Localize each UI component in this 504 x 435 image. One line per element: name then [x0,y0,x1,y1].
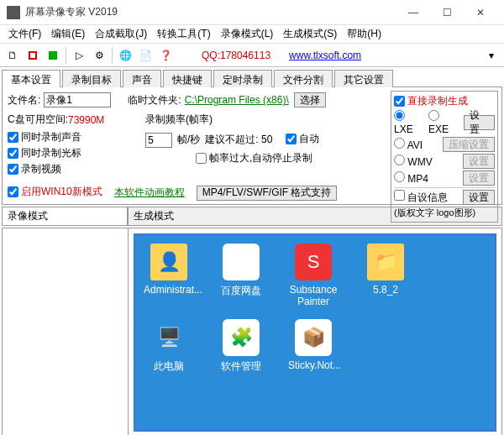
radio-lxe[interactable]: LXE [394,110,425,135]
menu-bar: 文件(F) 编辑(E) 合成截取(J) 转换工具(T) 录像模式(L) 生成模式… [0,25,504,44]
app-icon [7,6,20,19]
icon-admin[interactable]: 👤Administrat... [144,244,194,307]
menu-file[interactable]: 文件(F) [5,25,45,43]
tab-timer[interactable]: 定时录制 [213,70,272,87]
freq-unit: 帧/秒 [177,133,200,147]
copyright-hint: (版权文字 logo图形) [394,207,495,219]
direct-rec-header[interactable]: 直接录制生成 [394,94,495,108]
settings-panel: 文件名: 临时文件夹: C:\Program Files (x86)\ 选择 C… [2,87,502,205]
mode-rec-label[interactable]: 录像模式 [2,207,128,226]
icon-pc[interactable]: 🖥️此电脑 [144,319,194,374]
menu-help[interactable]: 帮助(H) [344,25,385,43]
toolbar: 🗋 ▷ ⚙ 🌐 📄 ❓ QQ:178046113 www.tlxsoft.com… [0,44,504,67]
tab-bar: 基本设置 录制目标 声音 快捷键 定时录制 文件分割 其它设置 [2,69,502,87]
desktop-preview: 👤Administrat... ∞百度网盘 SSubstance Painter… [134,233,496,432]
menu-capture[interactable]: 合成截取(J) [92,25,150,43]
set-btn-4[interactable]: 设置 [463,190,495,205]
chk-auto[interactable]: 自动 [286,132,319,146]
freq-label: 录制频率(帧率) [145,113,364,127]
close-button[interactable]: ✕ [464,1,497,24]
tool-doc-icon[interactable]: 📄 [136,46,155,65]
compress-btn: 压缩设置 [443,137,495,152]
freq-hint: 建议不超过: 50 [205,133,272,147]
icon-folder58[interactable]: 📁5.8_2 [360,244,411,307]
chk-video[interactable]: 录制视频 [8,162,142,176]
tool-play-icon[interactable]: ▷ [70,46,88,65]
maximize-button[interactable]: ☐ [430,1,464,24]
menu-recmode[interactable]: 录像模式(L) [218,25,277,43]
tool-web-icon[interactable]: 🌐 [116,46,134,65]
preview-pane: 👤Administrat... ∞百度网盘 SSubstance Painter… [129,228,501,435]
minimize-button[interactable]: — [396,1,430,24]
icon-sticky[interactable]: 📦Sticky.Not... [288,319,339,374]
menu-genmode[interactable]: 生成模式(S) [280,25,340,43]
tab-other[interactable]: 其它设置 [334,70,393,87]
toolbar-overflow-icon[interactable]: ▾ [482,46,501,65]
tab-target[interactable]: 录制目标 [62,70,121,87]
tab-basic[interactable]: 基本设置 [2,70,60,87]
radio-avi[interactable]: AVI [394,138,423,151]
formats-button[interactable]: MP4/FLV/SWF/GIF 格式支持 [197,186,338,201]
chk-cursor[interactable]: 同时录制光标 [8,146,142,160]
filename-label: 文件名: [8,93,40,107]
menu-edit[interactable]: 编辑(E) [48,25,88,43]
chk-selfinfo[interactable]: 自设信息 [394,190,448,205]
chk-sound[interactable]: 同时录制声音 [8,130,142,144]
radio-mp4[interactable]: MP4 [394,171,428,185]
disk-label: C盘可用空间: [8,113,68,127]
tool-help-icon[interactable]: ❓ [156,46,175,65]
icon-baidu[interactable]: ∞百度网盘 [216,244,266,307]
select-button[interactable]: 选择 [294,92,326,107]
tab-split[interactable]: 文件分割 [274,70,333,87]
filename-input[interactable] [44,92,111,107]
tool-new-icon[interactable]: 🗋 [3,46,22,65]
disk-value: 73990M [68,114,104,126]
tool-settings-icon[interactable]: ⚙ [90,46,108,65]
tempdir-link[interactable]: C:\Program Files (x86)\ [185,94,289,106]
recording-list[interactable] [3,228,129,435]
radio-exe[interactable]: EXE [428,110,460,135]
window-title: 屏幕录像专家 V2019 [25,5,396,19]
format-box: 直接录制生成 LXE EXE 设置 AVI 压缩设置 WMV 设置 MP4 设置… [391,91,498,223]
chk-win10[interactable]: 启用WIN10新模式 [8,185,102,199]
chk-overflow[interactable]: 帧率过大,自动停止录制 [196,151,364,165]
set-btn-3: 设置 [463,170,495,186]
radio-wmv[interactable]: WMV [394,155,433,168]
tab-sound[interactable]: 声音 [123,70,161,87]
qq-contact: QQ:178046113 [202,50,270,61]
icon-substance[interactable]: SSubstance Painter [288,244,339,307]
website-link[interactable]: www.tlxsoft.com [289,50,361,61]
tool-stop-icon[interactable] [44,46,62,65]
tutorial-link[interactable]: 本软件动画教程 [114,186,185,200]
tab-hotkey[interactable]: 快捷键 [163,70,212,87]
tool-record-icon[interactable] [24,46,42,65]
menu-convert[interactable]: 转换工具(T) [154,25,213,43]
set-btn-1[interactable]: 设置 [464,115,495,130]
set-btn-2: 设置 [463,154,495,169]
freq-input[interactable] [145,133,172,148]
tempdir-label: 临时文件夹: [128,93,181,107]
icon-soft[interactable]: 🧩软件管理 [216,319,266,374]
